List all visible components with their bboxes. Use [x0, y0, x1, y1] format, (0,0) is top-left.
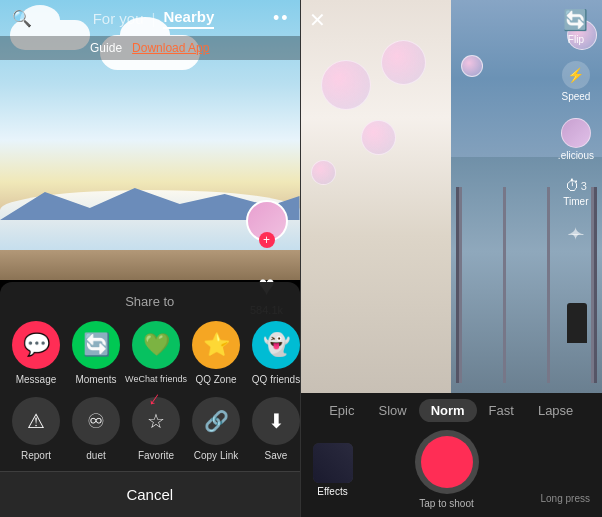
- guide-text: Guide: [90, 41, 122, 55]
- close-controls: ✕: [309, 8, 326, 32]
- share-wechat[interactable]: 💚 WeChat friends: [128, 321, 184, 385]
- message-icon: 💬: [12, 321, 60, 369]
- filter-control[interactable]: ✦: [568, 223, 583, 245]
- copy-link-label: Copy Link: [194, 450, 238, 461]
- tab-fast[interactable]: Fast: [477, 399, 526, 422]
- share-qq-friends[interactable]: 👻 QQ friends: [248, 321, 300, 385]
- share-moments[interactable]: 🔄 Moments: [68, 321, 124, 385]
- right-side-controls: 🔄 Flip ⚡ Speed .elicious ⏱ 3 Timer ✦: [558, 8, 594, 245]
- timer-number: 3: [581, 180, 587, 192]
- beauty-control[interactable]: .elicious: [558, 118, 594, 161]
- tab-lapse[interactable]: Lapse: [526, 399, 585, 422]
- fence-post-3: [547, 187, 550, 384]
- camera-viewfinder: ✕ 🔄 Flip ⚡ Speed .elicious ⏱ 3 Timer: [301, 0, 603, 393]
- tap-to-shoot-label: Tap to shoot: [419, 498, 473, 509]
- effects-label: Effects: [317, 486, 347, 497]
- tab-epic[interactable]: Epic: [317, 399, 366, 422]
- copy-link-icon: 🔗: [192, 397, 240, 445]
- follow-button[interactable]: +: [259, 232, 275, 248]
- camera-controls-row: Effects Tap to shoot Long press: [301, 430, 603, 513]
- record-button[interactable]: [415, 430, 479, 494]
- action-icons-row: ⚠ Report ♾ duet ☆ Favorite ↓ 🔗 Copy Link…: [0, 393, 300, 471]
- share-overlay: Share to 💬 Message 🔄 Moments 💚 WeChat fr…: [0, 282, 300, 517]
- search-icon[interactable]: 🔍: [10, 6, 34, 30]
- timer-control[interactable]: ⏱ 3 Timer: [563, 177, 588, 207]
- download-link[interactable]: Download App: [132, 41, 209, 55]
- share-wechat-label: WeChat friends: [125, 374, 187, 384]
- fence-post: [459, 187, 462, 384]
- nav-tabs: For you | Nearby: [93, 8, 215, 29]
- timer-label: Timer: [563, 196, 588, 207]
- report-icon: ⚠: [12, 397, 60, 445]
- save-icon: ⬇: [252, 397, 300, 445]
- cancel-button[interactable]: Cancel: [0, 471, 300, 517]
- camera-left-view: [301, 0, 452, 393]
- long-press-section: Long press: [541, 436, 590, 504]
- share-qq-zone[interactable]: ⭐ QQ Zone: [188, 321, 244, 385]
- more-icon[interactable]: ••: [273, 8, 290, 29]
- share-qq-zone-label: QQ Zone: [195, 374, 236, 385]
- bubble-decoration: [321, 60, 371, 110]
- guide-bar: Guide Download App: [0, 36, 300, 60]
- right-panel: ✕ 🔄 Flip ⚡ Speed .elicious ⏱ 3 Timer: [301, 0, 603, 517]
- tab-slow[interactable]: Slow: [366, 399, 418, 422]
- qq-friends-icon: 👻: [252, 321, 300, 369]
- duet-label: duet: [86, 450, 105, 461]
- action-save[interactable]: ⬇ Save: [248, 397, 300, 461]
- beauty-label: .elicious: [558, 150, 594, 161]
- effects-button[interactable]: Effects: [313, 443, 353, 497]
- action-duet[interactable]: ♾ duet: [68, 397, 124, 461]
- save-label: Save: [265, 450, 288, 461]
- close-button[interactable]: ✕: [309, 8, 326, 32]
- fence-post-2: [503, 187, 506, 384]
- speed-label: Speed: [561, 91, 590, 102]
- bubble-decoration-4: [311, 160, 336, 185]
- bubble-right-2: [461, 55, 483, 77]
- moments-icon: 🔄: [72, 321, 120, 369]
- left-panel: 🔍 For you | Nearby •• Guide Download App…: [0, 0, 300, 517]
- effects-thumbnail: [313, 443, 353, 483]
- favorite-label: Favorite: [138, 450, 174, 461]
- share-qq-friends-label: QQ friends: [252, 374, 300, 385]
- nav-divider: |: [151, 10, 155, 27]
- share-icons-row: 💬 Message 🔄 Moments 💚 WeChat friends ⭐ Q…: [0, 317, 300, 393]
- timer-icon: ⏱: [565, 177, 580, 194]
- speed-control[interactable]: ⚡ Speed: [561, 61, 590, 102]
- wechat-icon: 💚: [132, 321, 180, 369]
- long-press-label: Long press: [541, 493, 590, 504]
- record-button-inner: [421, 436, 473, 488]
- timer-icon-group: ⏱ 3: [565, 177, 587, 194]
- bottom-controls: Epic Slow Norm Fast Lapse Effects Tap to…: [301, 393, 603, 517]
- speed-tabs: Epic Slow Norm Fast Lapse: [301, 399, 603, 422]
- qq-zone-icon: ⭐: [192, 321, 240, 369]
- speed-icon: ⚡: [562, 61, 590, 89]
- record-section: Tap to shoot: [415, 430, 479, 509]
- bubble-decoration-2: [361, 120, 396, 155]
- flip-control[interactable]: 🔄 Flip: [563, 8, 588, 45]
- beauty-avatar: [561, 118, 591, 148]
- report-label: Report: [21, 450, 51, 461]
- flip-icon: 🔄: [563, 8, 588, 32]
- top-navigation: 🔍 For you | Nearby ••: [0, 0, 300, 36]
- tab-for-you[interactable]: For you: [93, 10, 144, 27]
- duet-icon: ♾: [72, 397, 120, 445]
- person-silhouette: [567, 303, 587, 343]
- share-message-label: Message: [16, 374, 57, 385]
- share-moments-label: Moments: [75, 374, 116, 385]
- tab-norm[interactable]: Norm: [419, 399, 477, 422]
- tab-nearby[interactable]: Nearby: [163, 8, 214, 29]
- share-message[interactable]: 💬 Message: [8, 321, 64, 385]
- filter-icon: ✦: [568, 223, 583, 245]
- bubble-decoration-3: [381, 40, 426, 85]
- share-title: Share to: [0, 282, 300, 317]
- action-report[interactable]: ⚠ Report: [8, 397, 64, 461]
- action-copy-link[interactable]: 🔗 Copy Link: [188, 397, 244, 461]
- flip-label: Flip: [568, 34, 584, 45]
- avatar-container: +: [246, 200, 288, 242]
- action-favorite[interactable]: ☆ Favorite ↓: [128, 397, 184, 461]
